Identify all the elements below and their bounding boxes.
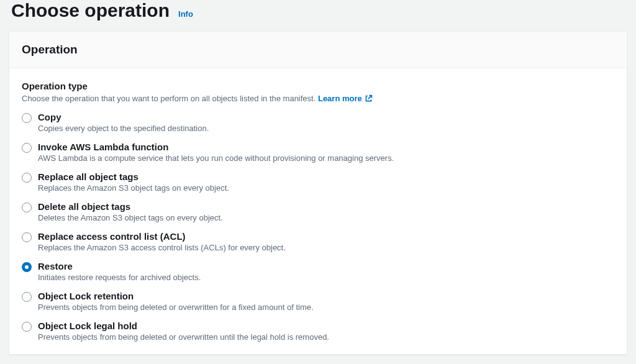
radio-text: Object Lock retentionPrevents objects fr…: [38, 291, 314, 312]
radio-label: Object Lock legal hold: [38, 321, 329, 331]
radio-label: Restore: [38, 261, 201, 271]
radio-label: Object Lock retention: [38, 291, 314, 301]
radio-label: Copy: [38, 112, 209, 122]
radio-circle[interactable]: [22, 322, 32, 332]
radio-option[interactable]: Object Lock retentionPrevents objects fr…: [22, 291, 614, 312]
radio-text: CopyCopies every object to the specified…: [38, 112, 209, 133]
radio-text: Object Lock legal holdPrevents objects f…: [38, 321, 329, 342]
radio-option[interactable]: RestoreInitiates restore requests for ar…: [22, 261, 614, 282]
radio-option[interactable]: Delete all object tagsDeletes the Amazon…: [22, 201, 614, 222]
radio-text: Invoke AWS Lambda functionAWS Lambda is …: [38, 142, 394, 163]
external-link-icon: [365, 94, 373, 102]
radio-option[interactable]: Replace all object tagsReplaces the Amaz…: [22, 171, 614, 193]
section-help: Choose the operation that you want to pe…: [22, 94, 614, 103]
learn-more-link[interactable]: Learn more: [318, 94, 373, 103]
radio-description: Prevents objects from being deleted or o…: [38, 303, 314, 312]
radio-option[interactable]: Replace access control list (ACL)Replace…: [22, 231, 614, 252]
section-help-text: Choose the operation that you want to pe…: [22, 94, 316, 103]
radio-circle[interactable]: [22, 173, 32, 183]
radio-label: Invoke AWS Lambda function: [38, 142, 394, 152]
radio-label: Replace access control list (ACL): [38, 231, 286, 242]
radio-description: Deletes the Amazon S3 object tags on eve…: [38, 213, 223, 222]
radio-description: AWS Lambda is a compute service that let…: [38, 153, 394, 163]
radio-description: Initiates restore requests for archived …: [38, 273, 201, 282]
radio-label: Replace all object tags: [38, 171, 229, 182]
radio-description: Replaces the Amazon S3 object tags on ev…: [38, 183, 229, 193]
learn-more-text: Learn more: [318, 94, 362, 103]
radio-description: Copies every object to the specified des…: [38, 124, 209, 133]
radio-label: Delete all object tags: [38, 201, 223, 212]
radio-circle[interactable]: [22, 113, 32, 123]
radio-description: Replaces the Amazon S3 access control li…: [38, 243, 286, 252]
radio-text: Delete all object tagsDeletes the Amazon…: [38, 201, 223, 222]
page-title: Choose operation: [11, 0, 170, 21]
info-link[interactable]: Info: [178, 9, 193, 19]
radio-description: Prevents objects from being deleted or o…: [38, 332, 329, 342]
radio-text: RestoreInitiates restore requests for ar…: [38, 261, 201, 282]
radio-option[interactable]: Object Lock legal holdPrevents objects f…: [22, 321, 614, 342]
radio-circle[interactable]: [22, 202, 32, 212]
page-header: Choose operation Info: [9, 0, 627, 31]
operation-type-radio-group: CopyCopies every object to the specified…: [22, 112, 614, 342]
radio-circle[interactable]: [22, 292, 32, 302]
radio-text: Replace access control list (ACL)Replace…: [38, 231, 286, 252]
radio-circle[interactable]: [22, 262, 32, 272]
panel-header-title: Operation: [22, 43, 614, 57]
radio-text: Replace all object tagsReplaces the Amaz…: [38, 171, 229, 193]
radio-circle[interactable]: [22, 232, 32, 242]
radio-circle[interactable]: [22, 143, 32, 153]
panel-header: Operation: [9, 32, 627, 68]
panel-body: Operation type Choose the operation that…: [9, 68, 627, 354]
radio-option[interactable]: Invoke AWS Lambda functionAWS Lambda is …: [22, 142, 614, 163]
operation-panel: Operation Operation type Choose the oper…: [9, 31, 627, 355]
radio-option[interactable]: CopyCopies every object to the specified…: [22, 112, 614, 133]
section-label: Operation type: [22, 81, 614, 91]
